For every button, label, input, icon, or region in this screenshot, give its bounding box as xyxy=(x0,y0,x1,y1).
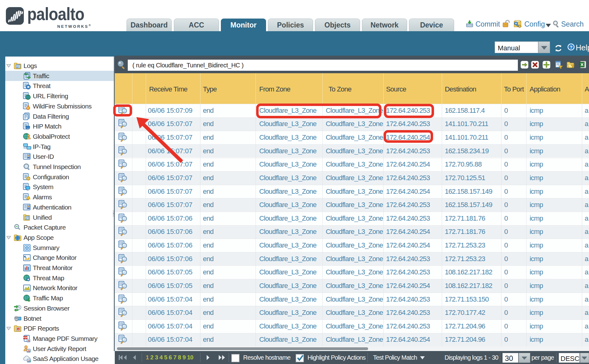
svg-text:PDF: PDF xyxy=(23,336,28,339)
svg-text:A: A xyxy=(18,328,19,330)
svg-text:?: ? xyxy=(570,44,572,50)
